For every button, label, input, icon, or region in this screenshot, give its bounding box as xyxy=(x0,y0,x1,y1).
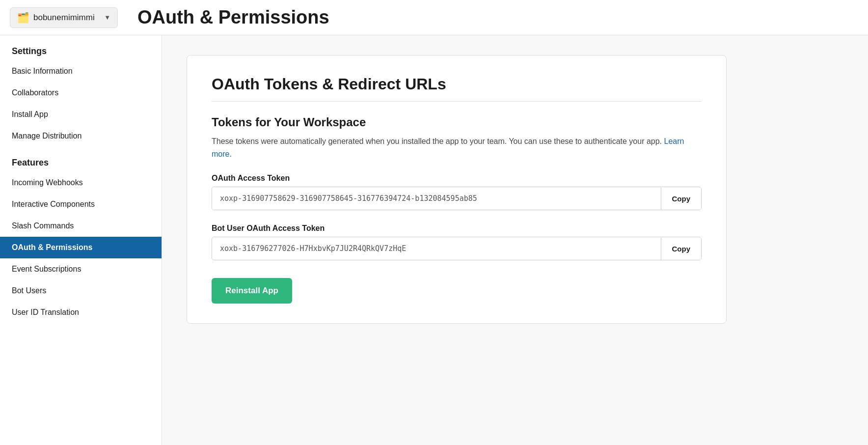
section-divider xyxy=(212,101,702,102)
settings-section-title: Settings xyxy=(0,35,162,60)
sidebar-item-event-subscriptions[interactable]: Event Subscriptions xyxy=(0,258,162,280)
oauth-token-row: xoxp-316907758629-316907758645-316776394… xyxy=(212,187,702,210)
top-bar: 🗂️ bobunemimimmi ▼ OAuth & Permissions xyxy=(0,0,868,35)
chevron-down-icon: ▼ xyxy=(104,14,110,21)
workspace-name: bobunemimimmi xyxy=(33,13,100,23)
reinstall-app-button[interactable]: Reinstall App xyxy=(212,278,292,304)
sidebar-item-user-id-translation[interactable]: User ID Translation xyxy=(0,302,162,323)
workspace-selector[interactable]: 🗂️ bobunemimimmi ▼ xyxy=(10,7,118,28)
oauth-token-value: xoxp-316907758629-316907758645-316776394… xyxy=(212,187,661,210)
workspace-icon: 🗂️ xyxy=(17,12,29,24)
copy-bot-token-button[interactable]: Copy xyxy=(661,238,702,260)
bot-token-row: xoxb-316796277026-H7HxbvKp7JU2R4QRkQV7zH… xyxy=(212,237,702,260)
sidebar-item-slash-commands[interactable]: Slash Commands xyxy=(0,215,162,237)
sidebar-item-interactive-components[interactable]: Interactive Components xyxy=(0,194,162,215)
features-section-title: Features xyxy=(0,147,162,172)
content-card: OAuth Tokens & Redirect URLs Tokens for … xyxy=(187,55,727,324)
description-text: These tokens were automatically generate… xyxy=(212,135,702,160)
copy-oauth-token-button[interactable]: Copy xyxy=(661,188,702,210)
sidebar-item-incoming-webhooks[interactable]: Incoming Webhooks xyxy=(0,172,162,194)
main-layout: Settings Basic Information Collaborators… xyxy=(0,35,868,445)
sidebar-item-install-app[interactable]: Install App xyxy=(0,104,162,125)
sidebar-item-basic-information[interactable]: Basic Information xyxy=(0,60,162,82)
sidebar-item-manage-distribution[interactable]: Manage Distribution xyxy=(0,125,162,147)
sidebar-item-collaborators[interactable]: Collaborators xyxy=(0,82,162,104)
oauth-token-label: OAuth Access Token xyxy=(212,174,702,183)
sidebar-item-oauth-permissions[interactable]: OAuth & Permissions xyxy=(0,237,162,258)
section-heading: OAuth Tokens & Redirect URLs xyxy=(212,75,702,93)
sidebar-item-bot-users[interactable]: Bot Users xyxy=(0,280,162,302)
page-title: OAuth & Permissions xyxy=(137,7,858,28)
bot-token-label: Bot User OAuth Access Token xyxy=(212,224,702,233)
sidebar: Settings Basic Information Collaborators… xyxy=(0,35,162,445)
subsection-heading: Tokens for Your Workspace xyxy=(212,115,702,129)
page-title-bar: OAuth & Permissions xyxy=(118,7,858,28)
bot-token-value: xoxb-316796277026-H7HxbvKp7JU2R4QRkQV7zH… xyxy=(212,237,661,260)
content-area: OAuth Tokens & Redirect URLs Tokens for … xyxy=(162,35,868,445)
